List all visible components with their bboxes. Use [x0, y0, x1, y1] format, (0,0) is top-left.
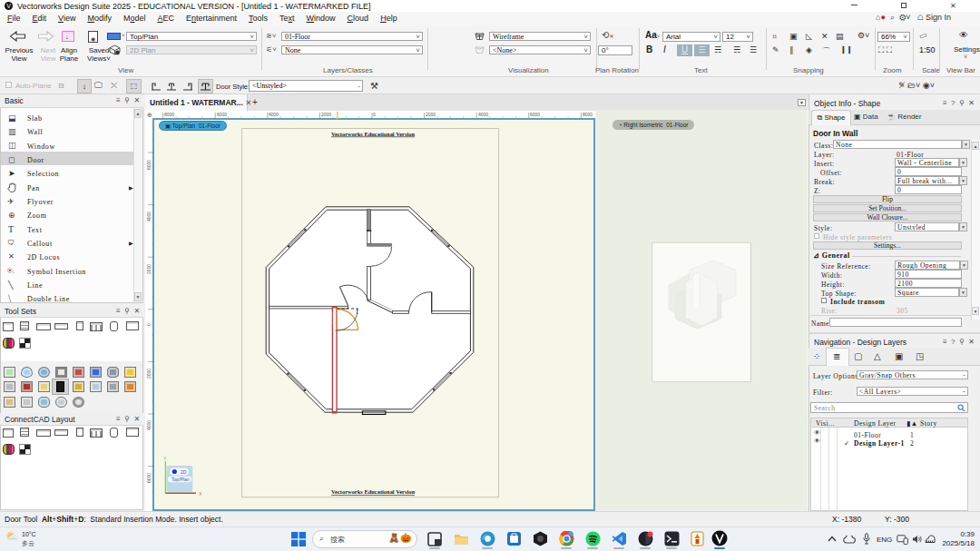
svg-text:Top/Plan: Top/Plan [172, 477, 190, 482]
svg-text:2000: 2000 [146, 264, 152, 274]
svg-text:6000: 6000 [146, 160, 152, 170]
svg-text:Vectorworks Educational Versio: Vectorworks Educational Version [331, 131, 415, 137]
svg-text:Y: Y [163, 456, 167, 461]
svg-text:2000: 2000 [146, 369, 152, 379]
svg-text:4000: 4000 [146, 420, 152, 430]
svg-text:2D: 2D [181, 469, 187, 475]
svg-text:8000: 8000 [583, 112, 593, 117]
svg-text:0: 0 [146, 323, 152, 326]
svg-text:X: X [199, 491, 202, 497]
svg-text:4000: 4000 [269, 112, 279, 117]
svg-text:2000: 2000 [426, 112, 436, 117]
svg-text:6000: 6000 [530, 112, 540, 117]
svg-text:4000: 4000 [146, 212, 152, 221]
svg-text:0: 0 [373, 112, 376, 117]
svg-text:2000: 2000 [321, 112, 331, 117]
svg-text:Vectorworks Educational Versio: Vectorworks Educational Version [331, 488, 415, 495]
svg-text:6000: 6000 [146, 473, 152, 483]
svg-text:4000: 4000 [478, 112, 488, 117]
svg-text:8000: 8000 [164, 112, 174, 117]
svg-text:6000: 6000 [217, 112, 227, 117]
